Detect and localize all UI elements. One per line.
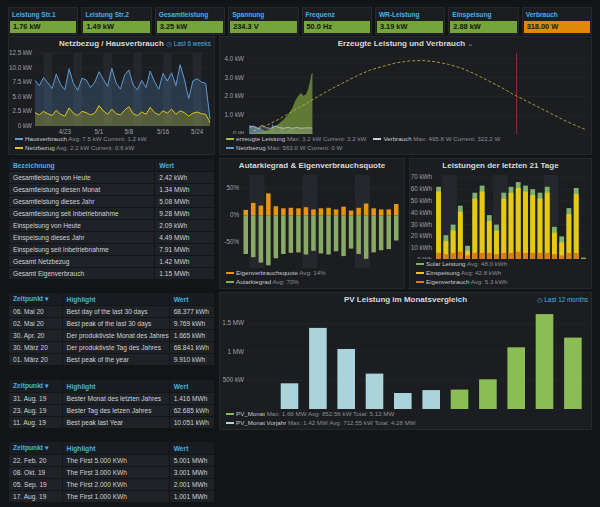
svg-text:5.0 kW: 5.0 kW	[12, 93, 32, 100]
svg-text:1 MW: 1 MW	[228, 348, 244, 355]
stat-label: Verbrauch	[523, 8, 591, 20]
stat-panel: Leistung Str.21.49 kW	[81, 7, 151, 35]
autarkie-plot-area: 50%0%-50%5/105/135/165/195/225/255/28	[220, 172, 404, 268]
table-cell: Bester Tag des letzen Jahres	[62, 405, 169, 417]
table-row: Gesamtleistung diesen Monat1.34 MWh	[9, 184, 215, 196]
legend-item[interactable]: Verbrauch Max: 495.8 W Current: 322.2 W	[373, 134, 500, 143]
table-row: Einspeisung dieses Jahr4.49 MWh	[9, 232, 215, 244]
table-row: Gesamt Eigenverbrauch1.15 MWh	[9, 268, 215, 280]
panel-menu-caret-icon[interactable]: ⌄	[467, 40, 473, 47]
table-cell: 68.841 kWh	[169, 342, 214, 354]
table-cell: 1.42 MWh	[155, 256, 215, 268]
svg-text:20 kWh: 20 kWh	[411, 232, 433, 239]
table-cell: Best day of the last 30 days	[62, 306, 169, 318]
stat-row: Leistung Str.11.76 kWLeistung Str.21.49 …	[8, 7, 592, 35]
legend-item[interactable]: Einspeisung Avg: 42.8 kWh	[416, 268, 501, 277]
panel-title-text: Netzbezug / Hausverbrauch	[59, 39, 164, 48]
svg-text:1.0 kW: 1.0 kW	[224, 111, 244, 118]
panel-title-text: PV Leistung im Monatsvergleich	[344, 295, 467, 304]
autarkie-chart[interactable]: 50%0%-50%5/105/135/165/195/225/255/28	[220, 172, 404, 268]
svg-text:10.0 kW: 10.0 kW	[9, 64, 32, 71]
svg-text:1.5 MW: 1.5 MW	[222, 319, 244, 326]
table-row: 22. Feb. 20The First 5.000 KWh5.001 MWh	[9, 455, 215, 467]
legend-item[interactable]: Netzbezug Max: 563.0 W Current: 0 W	[226, 143, 342, 152]
table-row: Gesamt Netzbezug1.42 MWh	[9, 256, 215, 268]
table-cell: Einspeisung von Heute	[9, 220, 155, 232]
svg-text:5/8: 5/8	[125, 128, 134, 134]
table-header[interactable]: Bezeichnung	[9, 159, 155, 172]
svg-text:0 Wh: 0 Wh	[417, 256, 432, 259]
svg-text:30 kWh: 30 kWh	[411, 221, 433, 228]
legend-item[interactable]: erzeugte Leistung Max: 3.2 kW Current: 3…	[226, 134, 366, 143]
legend-item[interactable]: Hausverbrauch Avg: 7.5 kW Current: 1.2 k…	[15, 134, 147, 143]
table-cell: Best peak of the year	[62, 354, 169, 366]
table-header[interactable]: Zeitpunkt ▾	[9, 293, 63, 306]
tage21-chart[interactable]: 0 Wh10 kWh20 kWh30 kWh40 kWh50 kWh60 kWh…	[410, 172, 591, 259]
table-cell: 1.665 kWh	[169, 330, 214, 342]
stat-label: Frequenz	[303, 8, 371, 20]
table-cell: 5.08 MWh	[155, 196, 215, 208]
legend-item[interactable]: Eigenverbrauch Avg: 5.3 kWh	[416, 277, 507, 286]
series-color-dash	[226, 138, 234, 140]
panel-erzeugte-leistung: Erzeugte Leistung und Verbrauch ⌄ 0 W1.0…	[219, 36, 592, 155]
table-cell: The First 1.000 KWh	[62, 491, 169, 503]
table-header[interactable]: Highlight	[62, 293, 169, 306]
legend-item[interactable]: Netzbezug Avg: 2.2 kW Current: 0.6 kW	[15, 143, 134, 152]
table-row: Gesamtleistung dieses Jahr5.08 MWh	[9, 196, 215, 208]
table-cell: Der produktivste Monat des Jahres	[62, 330, 169, 342]
svg-text:50%: 50%	[226, 184, 239, 191]
legend-item[interactable]: Autarkiegrad Avg: 70%	[226, 277, 299, 286]
legend-item[interactable]: PV_Monat Vorjahr Max: 1.42 MW Avg: 712.5…	[226, 418, 416, 427]
table-cell: 9.769 kWh	[169, 318, 214, 330]
table-cell: The First 3.000 KWh	[62, 467, 169, 479]
table-cell: 2.42 kWh	[155, 172, 215, 184]
panel-title[interactable]: Erzeugte Leistung und Verbrauch ⌄	[220, 37, 591, 50]
table-cell: Gesamtleistung dieses Jahr	[9, 196, 155, 208]
tage21-plot-area: 0 Wh10 kWh20 kWh30 kWh40 kWh50 kWh60 kWh…	[410, 172, 591, 259]
stat-label: Leistung Str.1	[9, 8, 77, 20]
panel-title-text: Leistungen der letzten 21 Tage	[442, 161, 558, 170]
series-color-dash	[416, 272, 424, 274]
panel-title[interactable]: Leistungen der letzten 21 Tage	[410, 159, 591, 172]
legend-item[interactable]: Eigenverbrauchsquote Avg: 14%	[226, 268, 326, 277]
stat-label: WR-Leistung	[376, 8, 444, 20]
netzbezug-chart[interactable]: 0 kW2.5 kW5.0 kW7.5 kW10.0 kW12.5 kW4/23…	[9, 50, 214, 134]
table-cell: 3.001 MWh	[169, 467, 214, 479]
svg-text:40 kWh: 40 kWh	[411, 209, 433, 216]
table-row: 17. Aug. 19The First 1.000 KWh1.001 MWh	[9, 491, 215, 503]
table-row: Einspeisung von Heute2.09 kWh	[9, 220, 215, 232]
time-range-link[interactable]: ◷ Last 12 months	[537, 293, 588, 306]
table-header[interactable]: Zeitpunkt ▾	[9, 442, 63, 455]
table-cell: Gesamtleistung seit Inbetriebnahme	[9, 208, 155, 220]
table-row: 23. Aug. 19Bester Tag des letzen Jahres6…	[9, 405, 215, 417]
panel-title[interactable]: Autarkiegrad & Eigenverbrauchsquote	[220, 159, 404, 172]
series-color-dash	[416, 281, 424, 283]
table-header[interactable]: Wert	[169, 380, 214, 393]
panel-title[interactable]: Netzbezug / Hausverbrauch ◷ Last 6 weeks	[9, 37, 214, 50]
table-cell: 10.051 kWh	[169, 417, 214, 429]
time-range-link[interactable]: ◷ Last 6 weeks	[166, 37, 211, 50]
legend-item[interactable]: PV_Monat Max: 1.66 MW Avg: 852.56 kW Tot…	[226, 409, 394, 418]
stat-panel: WR-Leistung3.19 kW	[375, 7, 445, 35]
table-cell: 05. Sep. 19	[9, 479, 63, 491]
table-header[interactable]: Wert	[169, 293, 214, 306]
panel-title[interactable]: PV Leistung im Monatsvergleich ◷ Last 12…	[220, 293, 591, 306]
svg-text:-50%: -50%	[224, 238, 239, 245]
table-header[interactable]: Wert	[169, 442, 214, 455]
panel-title-text: Erzeugte Leistung und Verbrauch	[338, 39, 466, 48]
table-cell: 9.910 kWh	[169, 354, 214, 366]
legend-item[interactable]: Solar Leistung Avg: 48.0 kWh	[416, 259, 507, 268]
stat-panel: Leistung Str.11.76 kW	[8, 7, 78, 35]
svg-text:5/16: 5/16	[157, 128, 170, 134]
series-color-dash	[226, 147, 234, 149]
table-header[interactable]: Wert	[155, 159, 215, 172]
erzeugte-legend: erzeugte Leistung Max: 3.2 kW Current: 3…	[220, 134, 591, 154]
table-header[interactable]: Highlight	[62, 442, 169, 455]
table-header[interactable]: Zeitpunkt ▾	[9, 380, 63, 393]
pv-chart[interactable]: 500 kW1 MW1.5 MW2019-62019-72019-82019-9…	[220, 306, 591, 409]
table-cell: 4.49 MWh	[155, 232, 215, 244]
table-header[interactable]: Highlight	[62, 380, 169, 393]
data-table: BezeichnungWertGesamtleistung von Heute2…	[8, 158, 215, 280]
erzeugte-chart[interactable]: 0 W1.0 kW2.0 kW3.0 kW4.0 kW06:0008:0010:…	[220, 50, 591, 134]
autarkie-legend: Eigenverbrauchsquote Avg: 14%Autarkiegra…	[220, 268, 404, 288]
